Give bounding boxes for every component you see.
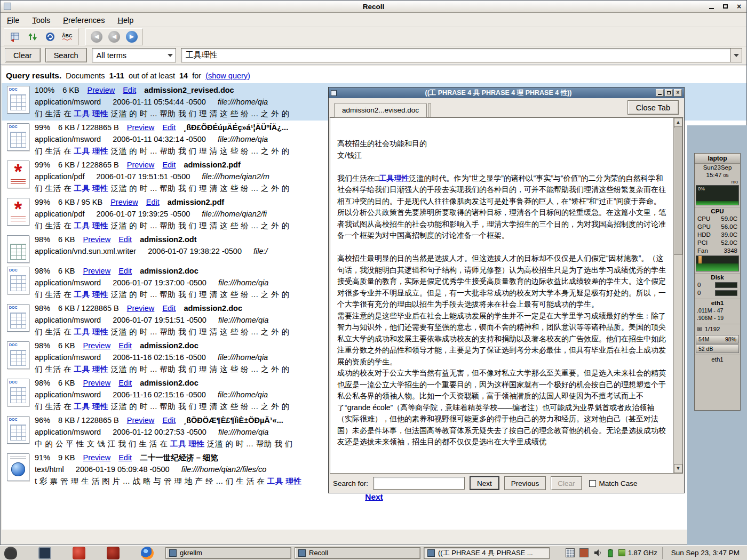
show-query-link[interactable]: (show query) xyxy=(205,71,250,80)
red-app-launcher-icon[interactable] xyxy=(73,547,85,559)
result-preview-link[interactable]: Preview xyxy=(127,304,155,313)
result-size: 6 KB xyxy=(58,341,75,350)
result-size: 6 KB xyxy=(58,379,75,387)
close-button[interactable]: × xyxy=(735,2,743,11)
find-clear-button[interactable]: Clear xyxy=(551,476,582,490)
menu-help[interactable]: Help xyxy=(117,16,133,25)
preview-tab[interactable]: admission2...evised.doc xyxy=(334,103,427,117)
result-preview-link[interactable]: Preview xyxy=(127,123,155,132)
preview-minimize-button[interactable] xyxy=(656,89,664,97)
find-previous-button[interactable]: Previous xyxy=(504,476,546,490)
result-url: file:///home/qia xyxy=(218,98,268,106)
result-title: 二十一世纪经济 – 细览 xyxy=(140,453,218,462)
result-preview-link[interactable]: Preview xyxy=(83,235,111,244)
result-preview-link[interactable]: Preview xyxy=(88,86,115,94)
result-relevance: 98% xyxy=(35,304,50,313)
results-count-text: Documents xyxy=(66,71,105,80)
gkrellm-hostname: laptop xyxy=(695,154,740,164)
results-count-text: out of at least xyxy=(129,71,175,80)
sensor-row: HDD39.0C xyxy=(695,231,740,239)
menu-tools[interactable]: Tools xyxy=(32,16,50,25)
gkrellm-net-header: eth1 xyxy=(695,299,740,307)
sort-by-dates-icon[interactable] xyxy=(25,29,41,44)
history-back-icon[interactable]: ◀ xyxy=(89,29,105,44)
doc-file-icon xyxy=(7,304,29,332)
task-icon xyxy=(169,549,177,557)
result-edit-link[interactable]: Edit xyxy=(118,379,132,387)
search-button[interactable]: Search xyxy=(45,48,87,62)
result-mime: application/pdf xyxy=(35,172,85,181)
scroll-down-icon[interactable]: ▼ xyxy=(674,464,682,473)
result-edit-link[interactable]: Edit xyxy=(162,161,176,169)
next-page-link[interactable]: Next xyxy=(365,492,383,501)
cpu-load-chart: 0% xyxy=(696,185,739,205)
query-input[interactable] xyxy=(181,48,730,62)
scrollbar-thumb[interactable] xyxy=(674,127,682,255)
result-edit-link[interactable]: Edit xyxy=(118,235,132,244)
result-preview-link[interactable]: Preview xyxy=(83,453,111,462)
result-edit-link[interactable]: Edit xyxy=(123,86,136,94)
menu-preferences[interactable]: Preferences xyxy=(63,16,105,25)
tray-pager-icon[interactable] xyxy=(579,548,589,557)
window-title: Recoll xyxy=(1,3,746,11)
maximize-button[interactable] xyxy=(721,2,729,11)
query-history-dropdown[interactable] xyxy=(730,48,742,62)
taskbar-task[interactable]: gkrellm xyxy=(165,547,291,559)
result-edit-link[interactable]: Edit xyxy=(118,341,132,350)
scrollbar-track[interactable] xyxy=(674,127,682,464)
result-relevance: 99% xyxy=(35,198,50,206)
chevron-down-icon xyxy=(734,54,739,57)
result-preview-link[interactable]: Preview xyxy=(83,267,111,275)
result-edit-link[interactable]: Edit xyxy=(118,267,132,275)
tray-keyboard-icon[interactable] xyxy=(566,548,575,557)
memory-percent: 98% xyxy=(725,336,736,342)
minimize-button[interactable] xyxy=(707,2,716,11)
terminal-launcher-icon[interactable] xyxy=(38,547,51,559)
cpufreq-value: 1.87 GHz xyxy=(628,549,657,557)
close-tab-button[interactable]: Close Tab xyxy=(627,100,679,115)
result-edit-link[interactable]: Edit xyxy=(162,304,176,313)
preview-maximize-button[interactable] xyxy=(665,89,673,97)
speaker-icon[interactable] xyxy=(593,548,602,557)
menu-file[interactable]: File xyxy=(7,16,19,25)
scroll-up-icon[interactable]: ▲ xyxy=(674,118,682,127)
preview-scrollbar[interactable]: ▲ ▼ xyxy=(673,118,682,473)
search-mode-select[interactable]: All terms xyxy=(92,48,176,62)
preview-close-button[interactable]: × xyxy=(674,89,682,97)
term-explorer-icon[interactable]: ÂBC xyxy=(60,29,76,44)
taskbar-task[interactable]: Recoll xyxy=(295,547,420,559)
result-edit-link[interactable]: Edit xyxy=(146,198,160,206)
show-as-table-icon[interactable] xyxy=(42,29,58,44)
clear-button[interactable]: Clear xyxy=(5,48,41,62)
result-title: ¸ßÖÐÖÆ¶È£¶ÏìÈ±ÖÐµÄ¹«... xyxy=(184,416,283,425)
firefox-launcher-icon[interactable] xyxy=(141,547,154,559)
preview-titlebar: ((工 PHRASE 4 具 PHRASE 4 理 PHRASE 4 性)) × xyxy=(329,87,684,98)
result-preview-link[interactable]: Preview xyxy=(127,161,155,169)
taskbar-task[interactable]: ((工 PHRASE 4 具 PHRASE ... xyxy=(424,547,550,559)
result-edit-link[interactable]: Edit xyxy=(162,123,176,132)
result-title: admission2.pdf xyxy=(168,198,224,206)
next-page-icon[interactable]: ▶ xyxy=(124,29,140,44)
result-preview-link[interactable]: Preview xyxy=(83,341,111,350)
result-edit-link[interactable]: Edit xyxy=(162,416,176,425)
sensor-row: CPU59.0C xyxy=(695,215,740,223)
result-date: 2006-01-07 19:51:51 -0500 xyxy=(97,172,190,181)
find-input[interactable] xyxy=(373,477,465,490)
result-url: file:///home/qia xyxy=(218,353,268,362)
find-next-button[interactable]: Next xyxy=(470,476,499,490)
battery-icon[interactable] xyxy=(607,548,614,557)
result-url: file:///home/qia xyxy=(218,428,268,436)
first-results-page-icon[interactable] xyxy=(7,29,23,44)
result-edit-link[interactable]: Edit xyxy=(118,453,132,462)
result-preview-link[interactable]: Preview xyxy=(110,198,138,206)
result-date: 2006-01-07 19:38:22 -0500 xyxy=(148,247,242,255)
result-preview-link[interactable]: Preview xyxy=(127,416,155,425)
red-app-launcher-icon-2[interactable] xyxy=(107,547,120,559)
foot-menu-icon[interactable] xyxy=(4,547,17,559)
preview-paragraph: 高校招生最明显的目的当然是选拔人才。但这选拔人才的目标却不仅仅是人们假定“因材施… xyxy=(337,253,666,310)
preview-tabbar: admission2...evised.doc Close Tab xyxy=(329,98,684,117)
volume-value: 52 dB xyxy=(698,346,713,352)
match-case-checkbox[interactable] xyxy=(589,480,596,487)
previous-page-icon[interactable]: ◀ xyxy=(106,29,122,44)
result-preview-link[interactable]: Preview xyxy=(83,379,111,387)
